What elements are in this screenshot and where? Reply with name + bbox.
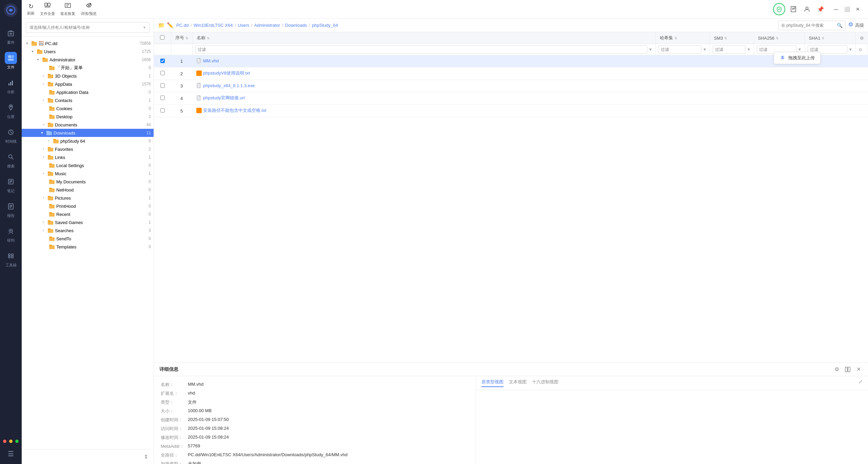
tree-item-3dobjects[interactable]: + 3D Objects 1 [22,72,154,80]
tree-item-nethood[interactable]: NetHood 0 [22,186,154,194]
tree-item-printhood[interactable]: PrintHood 0 [22,202,154,210]
expand-recent-icon[interactable] [42,211,47,217]
sidebar-item-timeline[interactable]: 时间线 [0,123,22,147]
sidebar-item-notes[interactable]: 笔记 [0,172,22,197]
table-row[interactable]: 1 MM.vhd [154,55,868,67]
minimize-button[interactable]: — [831,4,841,14]
expand-searches-icon[interactable]: + [41,228,46,233]
tree-item-pcdd[interactable]: ▼ 🪟 PC.dd 70856 [22,39,154,47]
table-row[interactable]: 2 phpstudyV8使用说明.txt [154,67,868,80]
file-link-1[interactable]: MM.vhd [203,58,219,63]
expand-admin-icon[interactable]: ▼ [35,57,41,62]
sm3-sort-icon[interactable]: ⇅ [724,36,727,40]
expand-saved-icon[interactable]: + [41,220,46,225]
search-icon[interactable]: 🔍 [837,23,843,28]
bc-admin[interactable]: Administrator [254,23,280,28]
bc-win10[interactable]: Win10EntLTSC X64 [194,23,233,28]
expand-appdata2-icon[interactable] [42,89,47,95]
edit-nav-icon[interactable]: ✏️ [167,22,174,28]
tree-item-recent[interactable]: Recent 0 [22,210,154,218]
tree-expand-all-icon[interactable]: ⇕ [141,452,151,461]
sidebar-item-reports[interactable]: 报告 [0,197,22,222]
tree-item-favorites[interactable]: + Favorites 2 [22,145,154,153]
hash-sort-icon[interactable]: ⇅ [674,36,677,40]
expand-cookies-icon[interactable] [42,106,47,111]
expand-printhood-icon[interactable] [42,203,47,209]
tree-item-searches[interactable]: + Searches 3 [22,226,154,235]
tree-item-phpstudy[interactable]: + phpStudy 64 5 [22,137,154,145]
tree-item-sendto[interactable]: SendTo 0 [22,235,154,243]
filter-sha1-icon[interactable]: ▼ [849,47,853,52]
expand-sendto-icon[interactable] [42,236,47,241]
tree-item-documents[interactable]: + Documents 44 [22,121,154,129]
detail-settings-btn[interactable]: ⚙ [833,365,841,374]
advanced-search-button[interactable]: 高级 [848,22,864,28]
tree-item-users[interactable]: ▼ Users 1725 [22,47,154,56]
sign-restore-button[interactable]: 签名恢复 [60,2,75,16]
bc-pcdd[interactable]: PC.dd [176,23,189,28]
tree-item-music[interactable]: + Music 1 [22,169,154,178]
expand-local-icon[interactable] [42,163,47,168]
expand-mydocs-icon[interactable] [42,179,47,184]
tree-item-my-documents[interactable]: My Documents 0 [22,178,154,186]
expand-templates-icon[interactable] [42,244,47,249]
file-link-4[interactable]: phpstudy官网链接.url [203,95,245,101]
sidebar-item-research[interactable]: 研判 [0,222,22,246]
tree-item-appdata2[interactable]: Application Data 0 [22,88,154,96]
tree-item-start-menu[interactable]: 「开始」菜单 0 [22,64,154,72]
sidebar-item-tools[interactable]: 工具箱 [0,246,22,271]
close-button[interactable]: ✕ [853,4,863,14]
tab-hex[interactable]: 十六进制视图 [532,379,558,387]
tree-item-contacts[interactable]: + Contacts 1 [22,96,154,104]
seq-sort-icon[interactable]: ⇅ [185,36,188,40]
tree-item-local-settings[interactable]: Local Settings 0 [22,161,154,169]
dot-red[interactable] [3,440,6,443]
expand-pcdd-icon[interactable]: ▼ [24,41,30,46]
tab-original[interactable]: 原类型视图 [481,379,504,387]
table-row[interactable]: 5 安装路径不能包含中文或空格.txt [154,105,868,117]
filter-sm3-input[interactable] [713,45,746,54]
expand-nethood-icon[interactable] [42,187,47,193]
expand-users-icon[interactable]: ▼ [30,49,35,54]
shield-status-button[interactable] [773,3,785,15]
user-icon-btn[interactable] [802,4,812,15]
sidebar-item-analysis[interactable]: 分析 [0,73,22,98]
bc-downloads[interactable]: Downloads [285,23,307,28]
tree-item-links[interactable]: + Links 1 [22,153,154,161]
folder-nav-icon[interactable]: 📁 [158,22,165,28]
tree-item-desktop[interactable]: Desktop 2 [22,113,154,121]
filter-hash-input[interactable] [658,45,702,54]
tree-select-input[interactable] [26,22,150,33]
search-input[interactable] [781,23,835,28]
col-settings-icon[interactable]: ⚙ [859,47,862,52]
file-all-button[interactable]: 文件全显 [40,2,55,16]
row-checkbox-2[interactable] [160,71,165,75]
pin-icon-btn[interactable]: 📌 [815,4,826,15]
detail-preview-button[interactable]: 详情/预览 [81,2,97,16]
bc-users[interactable]: Users [238,23,249,28]
tree-item-appdata[interactable]: + AppData 1576 [22,80,154,88]
expand-favorites-icon[interactable]: + [41,146,46,152]
expand-downloads-icon[interactable]: ▼ [39,130,45,136]
select-all-checkbox[interactable] [160,35,164,40]
expand-3d-icon[interactable]: + [41,73,46,79]
tree-item-administrator[interactable]: ▼ Administrator 1656 [22,56,154,64]
table-row[interactable]: 3 phpstudy_x64_8.1.1.3.exe [154,80,868,92]
expand-links-icon[interactable]: + [41,155,46,160]
dot-green[interactable] [15,440,19,443]
expand-start-icon[interactable] [42,65,47,70]
tab-text[interactable]: 文本视图 [509,379,527,387]
dot-yellow[interactable] [9,440,13,443]
sidebar-item-search[interactable]: 搜索 [0,147,22,172]
tree-item-downloads[interactable]: ▼ Downloads 11 [22,129,154,137]
row-checkbox-3[interactable] [160,83,165,88]
file-link-3[interactable]: phpstudy_x64_8.1.1.3.exe [203,83,255,88]
tree-item-pictures[interactable]: + Pictures 1 [22,194,154,202]
th-settings[interactable]: ⚙ [855,32,868,44]
sidebar-item-cases[interactable]: 案件 [0,24,22,48]
external-link-icon[interactable]: ⤢ [859,379,863,387]
bc-phpstudy[interactable]: phpStudy_64 [312,23,338,28]
tree-item-cookies[interactable]: Cookies 0 [22,104,154,113]
nav-more-icon[interactable]: ☰ [8,447,14,461]
table-row[interactable]: 4 phpstudy官网链接.url [154,92,868,105]
